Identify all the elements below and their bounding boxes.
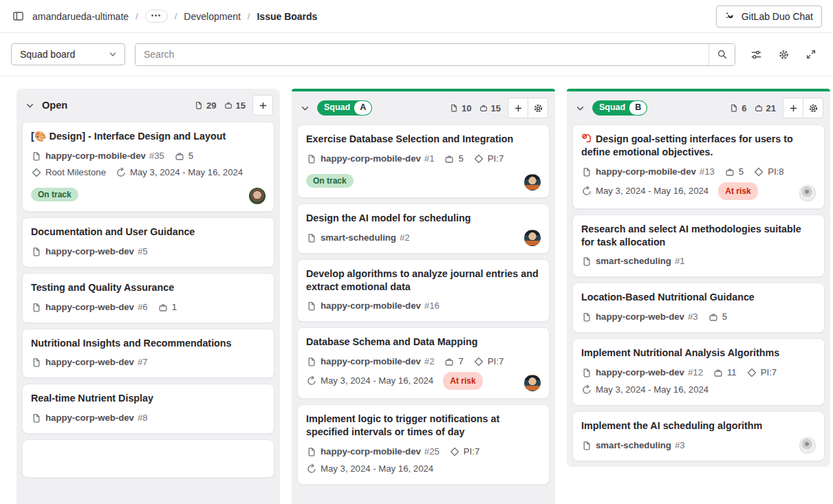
- issue-meta: happy-corp-web-dev#7: [31, 355, 266, 369]
- issue-ref-id: #5: [138, 245, 148, 259]
- plus-icon: [258, 100, 268, 111]
- issue-ref-id: #12: [688, 366, 703, 380]
- issue-card[interactable]: Implement the AI scheduling algorithm sm…: [572, 411, 825, 461]
- issue-title: Location-Based Nutritional Guidance: [581, 291, 816, 304]
- iteration-value: May 3, 2024 - May 16, 2024: [596, 383, 708, 397]
- search-button[interactable]: [708, 44, 735, 65]
- board-select-value: Squad board: [20, 49, 75, 60]
- board-settings-button[interactable]: [772, 43, 794, 65]
- issue-card[interactable]: Documentation and User Guidance happy-co…: [22, 217, 274, 267]
- assignee-avatar[interactable]: [524, 230, 541, 246]
- assignee-avatar[interactable]: [524, 174, 541, 190]
- label-value: B: [629, 101, 647, 115]
- add-issue-button[interactable]: [508, 98, 528, 118]
- issue-card[interactable]: Implement logic to trigger notifications…: [297, 404, 550, 485]
- assignee-avatar[interactable]: [249, 188, 266, 204]
- breadcrumb-ellipsis-button[interactable]: •••: [145, 10, 168, 23]
- issue-icon: [581, 166, 592, 177]
- assignee-avatar[interactable]: [799, 437, 816, 454]
- issue-card-partial[interactable]: [22, 439, 274, 478]
- issue-milestone: PI:7: [449, 445, 479, 459]
- weight-value: 7: [458, 355, 463, 369]
- issue-ref-path: happy-corp-mobile-dev: [45, 149, 146, 163]
- issue-card[interactable]: Research and select AI methodologies sui…: [572, 215, 825, 278]
- milestone-value: PI:7: [761, 366, 777, 380]
- weight-count-value: 21: [766, 103, 776, 113]
- issue-card[interactable]: Testing and Quality Assurance happy-corp…: [22, 273, 274, 323]
- issue-card[interactable]: Nutritional Insights and Recommendations…: [22, 329, 274, 379]
- issue-weight: 1: [158, 300, 177, 314]
- collapse-column-button[interactable]: [23, 99, 36, 112]
- issue-title: Research and select AI methodologies sui…: [581, 223, 816, 249]
- issue-icon: [581, 440, 592, 451]
- issue-card[interactable]: Database Schema and Data Mapping happy-c…: [297, 327, 550, 399]
- breadcrumb-project[interactable]: amandarueda-ultimate: [32, 11, 129, 22]
- issue-ref-path: happy-corp-web-dev: [596, 310, 684, 324]
- search-input[interactable]: [136, 44, 708, 65]
- issue-ref-path: happy-corp-web-dev: [45, 355, 134, 369]
- issue-iteration: May 3, 2024 - May 16, 2024: [306, 462, 433, 476]
- issue-icon: [306, 356, 317, 367]
- issue-reference: happy-corp-mobile-dev#25: [306, 445, 440, 459]
- issue-meta: May 3, 2024 - May 16, 2024: [581, 383, 816, 397]
- issue-ref-id: #3: [675, 439, 685, 452]
- collapse-column-button[interactable]: [574, 102, 587, 115]
- issue-card[interactable]: Develop algorithms to analyze journal en…: [297, 259, 550, 322]
- card-list: Exercise Database Selection and Integrat…: [292, 124, 555, 490]
- board-select-dropdown[interactable]: Squad board: [11, 43, 125, 65]
- issue-icon: [306, 446, 317, 457]
- issue-card[interactable]: Implement Nutritional Analysis Algorithm…: [572, 338, 825, 406]
- issue-ref-id: #8: [138, 411, 148, 425]
- issue-card[interactable]: Real-time Nutrient Display happy-corp-we…: [22, 384, 274, 434]
- column-scoped-label[interactable]: SquadA: [317, 100, 372, 116]
- collapse-column-button[interactable]: [299, 102, 312, 115]
- issue-title: Testing and Quality Assurance: [31, 281, 266, 294]
- weight-value: 1: [172, 300, 177, 314]
- iteration-icon: [116, 167, 127, 178]
- list-settings-button[interactable]: [528, 98, 548, 118]
- duo-chat-icon: [725, 11, 736, 22]
- issue-title: Implement the AI scheduling algorithm: [581, 419, 816, 432]
- milestone-value: PI:7: [464, 445, 479, 459]
- label-scope: Squad: [593, 101, 629, 115]
- issue-card[interactable]: Design the AI model for scheduling smart…: [297, 204, 550, 254]
- issue-icon: [581, 367, 592, 378]
- issue-title: Real-time Nutrient Display: [31, 392, 266, 405]
- weight-icon: [479, 103, 488, 113]
- sidebar-toggle-button[interactable]: [11, 9, 25, 23]
- issue-meta: happy-corp-mobile-dev#25 PI:7: [306, 445, 541, 459]
- issue-milestone: PI:8: [753, 165, 783, 179]
- issue-iteration: May 3, 2024 - May 16, 2024: [581, 184, 708, 198]
- column-header: SquadA 10 15: [292, 91, 555, 124]
- issue-title: Exercise Database Selection and Integrat…: [306, 133, 541, 146]
- issue-ref-path: happy-corp-mobile-dev: [321, 445, 421, 459]
- fullscreen-button[interactable]: [800, 43, 822, 65]
- filter-sliders-button[interactable]: [745, 43, 767, 65]
- issue-meta: May 3, 2024 - May 16, 2024: [306, 462, 541, 476]
- sliders-icon: [750, 49, 762, 61]
- issue-card[interactable]: Location-Based Nutritional Guidance happ…: [572, 283, 825, 333]
- issue-ref-path: happy-corp-web-dev: [45, 411, 134, 425]
- add-issue-button[interactable]: [783, 98, 803, 118]
- breadcrumb-group[interactable]: Development: [184, 11, 241, 22]
- issue-meta: May 3, 2024 - May 16, 2024 At risk: [306, 372, 541, 390]
- issue-card[interactable]: Exercise Database Selection and Integrat…: [297, 124, 550, 198]
- list-settings-button[interactable]: [803, 98, 823, 118]
- issue-icon: [31, 302, 42, 313]
- iteration-value: May 3, 2024 - May 16, 2024: [321, 462, 433, 476]
- iteration-icon: [581, 384, 592, 395]
- status-badge: At risk: [718, 182, 757, 200]
- assignee-avatar[interactable]: [799, 185, 816, 201]
- issue-ref-path: happy-corp-mobile-dev: [321, 355, 421, 369]
- blocked-icon: [581, 133, 592, 144]
- issue-card[interactable]: Design goal-setting interfaces for users…: [572, 124, 825, 209]
- column-scoped-label[interactable]: SquadB: [592, 100, 647, 116]
- issue-card[interactable]: [🎨 Design] - Interface Design and Layout…: [22, 122, 274, 212]
- weight-count-value: 15: [491, 103, 501, 113]
- weight-count: 15: [479, 103, 501, 113]
- issue-icon: [306, 232, 317, 243]
- issue-reference: smart-scheduling#1: [581, 254, 685, 268]
- duo-chat-button[interactable]: GitLab Duo Chat: [716, 6, 822, 28]
- add-issue-button[interactable]: [252, 95, 273, 116]
- issue-milestone: PI:7: [746, 366, 777, 380]
